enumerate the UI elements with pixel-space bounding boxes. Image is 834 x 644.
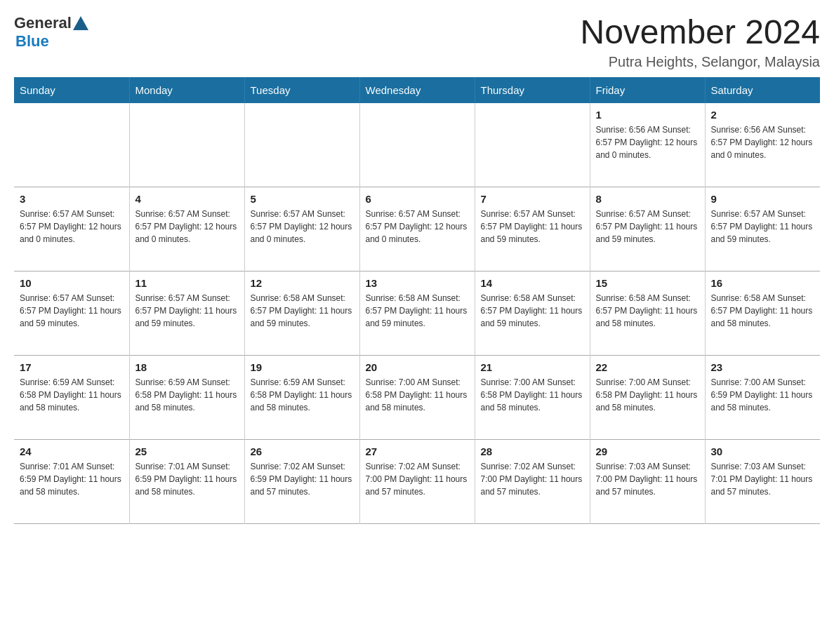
- calendar-cell: 15Sunrise: 6:58 AM Sunset: 6:57 PM Dayli…: [590, 271, 705, 356]
- day-info: Sunrise: 7:03 AM Sunset: 7:01 PM Dayligh…: [711, 460, 815, 498]
- day-info: Sunrise: 6:58 AM Sunset: 6:57 PM Dayligh…: [481, 292, 584, 330]
- calendar-cell: 1Sunrise: 6:56 AM Sunset: 6:57 PM Daylig…: [590, 103, 705, 187]
- calendar-cell: 26Sunrise: 7:02 AM Sunset: 6:59 PM Dayli…: [244, 440, 359, 524]
- day-info: Sunrise: 6:57 AM Sunset: 6:57 PM Dayligh…: [135, 208, 239, 246]
- day-number: 29: [596, 445, 699, 457]
- calendar-cell: 3Sunrise: 6:57 AM Sunset: 6:57 PM Daylig…: [14, 187, 129, 271]
- calendar-cell: 22Sunrise: 7:00 AM Sunset: 6:58 PM Dayli…: [590, 356, 705, 440]
- day-info: Sunrise: 6:57 AM Sunset: 6:57 PM Dayligh…: [481, 208, 584, 246]
- calendar-cell: 18Sunrise: 6:59 AM Sunset: 6:58 PM Dayli…: [129, 356, 244, 440]
- calendar-table: SundayMondayTuesdayWednesdayThursdayFrid…: [14, 77, 820, 525]
- calendar-cell: 29Sunrise: 7:03 AM Sunset: 7:00 PM Dayli…: [590, 440, 705, 524]
- location-subtitle: Putra Heights, Selangor, Malaysia: [580, 54, 820, 70]
- day-info: Sunrise: 6:57 AM Sunset: 6:57 PM Dayligh…: [251, 208, 354, 246]
- calendar-cell: 21Sunrise: 7:00 AM Sunset: 6:58 PM Dayli…: [475, 356, 590, 440]
- day-number: 22: [596, 361, 699, 373]
- day-number: 24: [20, 445, 124, 457]
- calendar-cell: [244, 103, 359, 187]
- day-number: 9: [711, 193, 815, 205]
- day-info: Sunrise: 6:57 AM Sunset: 6:57 PM Dayligh…: [596, 208, 699, 246]
- day-info: Sunrise: 6:59 AM Sunset: 6:58 PM Dayligh…: [135, 376, 239, 414]
- day-number: 16: [711, 277, 815, 289]
- day-number: 6: [366, 193, 469, 205]
- day-number: 12: [251, 277, 354, 289]
- logo: General Blue: [14, 14, 88, 51]
- day-info: Sunrise: 6:56 AM Sunset: 6:57 PM Dayligh…: [596, 123, 699, 161]
- day-info: Sunrise: 6:57 AM Sunset: 6:57 PM Dayligh…: [20, 292, 124, 330]
- calendar-cell: 8Sunrise: 6:57 AM Sunset: 6:57 PM Daylig…: [590, 187, 705, 271]
- day-number: 17: [20, 361, 124, 373]
- column-header-monday: Monday: [129, 77, 244, 103]
- column-header-friday: Friday: [590, 77, 705, 103]
- page-header: General Blue November 2024 Putra Heights…: [14, 14, 820, 70]
- day-number: 25: [135, 445, 239, 457]
- calendar-cell: 5Sunrise: 6:57 AM Sunset: 6:57 PM Daylig…: [244, 187, 359, 271]
- calendar-cell: [359, 103, 475, 187]
- calendar-cell: 25Sunrise: 7:01 AM Sunset: 6:59 PM Dayli…: [129, 440, 244, 524]
- calendar-cell: 9Sunrise: 6:57 AM Sunset: 6:57 PM Daylig…: [705, 187, 820, 271]
- logo-general-text: General: [14, 14, 72, 32]
- day-number: 15: [596, 277, 699, 289]
- day-info: Sunrise: 7:01 AM Sunset: 6:59 PM Dayligh…: [20, 460, 124, 498]
- day-info: Sunrise: 6:58 AM Sunset: 6:57 PM Dayligh…: [711, 292, 815, 330]
- column-header-thursday: Thursday: [475, 77, 590, 103]
- calendar-header-row: SundayMondayTuesdayWednesdayThursdayFrid…: [14, 77, 820, 103]
- day-info: Sunrise: 7:01 AM Sunset: 6:59 PM Dayligh…: [135, 460, 239, 498]
- day-number: 26: [251, 445, 354, 457]
- day-number: 3: [20, 193, 124, 205]
- logo-icon: [73, 16, 88, 30]
- day-number: 13: [366, 277, 469, 289]
- day-number: 10: [20, 277, 124, 289]
- calendar-cell: 24Sunrise: 7:01 AM Sunset: 6:59 PM Dayli…: [14, 440, 129, 524]
- day-info: Sunrise: 7:00 AM Sunset: 6:58 PM Dayligh…: [481, 376, 584, 414]
- day-info: Sunrise: 6:58 AM Sunset: 6:57 PM Dayligh…: [596, 292, 699, 330]
- day-info: Sunrise: 6:57 AM Sunset: 6:57 PM Dayligh…: [20, 208, 124, 246]
- calendar-cell: 19Sunrise: 6:59 AM Sunset: 6:58 PM Dayli…: [244, 356, 359, 440]
- calendar-cell: 2Sunrise: 6:56 AM Sunset: 6:57 PM Daylig…: [705, 103, 820, 187]
- calendar-cell: 11Sunrise: 6:57 AM Sunset: 6:57 PM Dayli…: [129, 271, 244, 356]
- column-header-tuesday: Tuesday: [244, 77, 359, 103]
- day-info: Sunrise: 6:56 AM Sunset: 6:57 PM Dayligh…: [711, 123, 815, 161]
- calendar-week-row: 17Sunrise: 6:59 AM Sunset: 6:58 PM Dayli…: [14, 356, 820, 440]
- calendar-cell: 30Sunrise: 7:03 AM Sunset: 7:01 PM Dayli…: [705, 440, 820, 524]
- day-info: Sunrise: 6:59 AM Sunset: 6:58 PM Dayligh…: [251, 376, 354, 414]
- calendar-cell: [129, 103, 244, 187]
- day-info: Sunrise: 7:00 AM Sunset: 6:58 PM Dayligh…: [596, 376, 699, 414]
- calendar-cell: 20Sunrise: 7:00 AM Sunset: 6:58 PM Dayli…: [359, 356, 475, 440]
- day-number: 27: [366, 445, 469, 457]
- calendar-week-row: 24Sunrise: 7:01 AM Sunset: 6:59 PM Dayli…: [14, 440, 820, 524]
- day-info: Sunrise: 6:57 AM Sunset: 6:57 PM Dayligh…: [366, 208, 469, 246]
- calendar-cell: 27Sunrise: 7:02 AM Sunset: 7:00 PM Dayli…: [359, 440, 475, 524]
- calendar-cell: [14, 103, 129, 187]
- calendar-cell: 14Sunrise: 6:58 AM Sunset: 6:57 PM Dayli…: [475, 271, 590, 356]
- day-info: Sunrise: 6:58 AM Sunset: 6:57 PM Dayligh…: [366, 292, 469, 330]
- calendar-cell: 7Sunrise: 6:57 AM Sunset: 6:57 PM Daylig…: [475, 187, 590, 271]
- day-number: 7: [481, 193, 584, 205]
- day-number: 1: [596, 109, 699, 121]
- day-number: 18: [135, 361, 239, 373]
- day-info: Sunrise: 6:57 AM Sunset: 6:57 PM Dayligh…: [135, 292, 239, 330]
- day-number: 28: [481, 445, 584, 457]
- logo-blue-text: Blue: [15, 32, 49, 51]
- calendar-week-row: 10Sunrise: 6:57 AM Sunset: 6:57 PM Dayli…: [14, 271, 820, 356]
- calendar-cell: 4Sunrise: 6:57 AM Sunset: 6:57 PM Daylig…: [129, 187, 244, 271]
- day-info: Sunrise: 7:00 AM Sunset: 6:58 PM Dayligh…: [366, 376, 469, 414]
- day-info: Sunrise: 6:58 AM Sunset: 6:57 PM Dayligh…: [251, 292, 354, 330]
- calendar-cell: 28Sunrise: 7:02 AM Sunset: 7:00 PM Dayli…: [475, 440, 590, 524]
- calendar-week-row: 1Sunrise: 6:56 AM Sunset: 6:57 PM Daylig…: [14, 103, 820, 187]
- day-number: 8: [596, 193, 699, 205]
- day-info: Sunrise: 7:02 AM Sunset: 7:00 PM Dayligh…: [366, 460, 469, 498]
- column-header-wednesday: Wednesday: [359, 77, 475, 103]
- day-number: 4: [135, 193, 239, 205]
- calendar-week-row: 3Sunrise: 6:57 AM Sunset: 6:57 PM Daylig…: [14, 187, 820, 271]
- calendar-cell: 16Sunrise: 6:58 AM Sunset: 6:57 PM Dayli…: [705, 271, 820, 356]
- calendar-cell: [475, 103, 590, 187]
- calendar-cell: 10Sunrise: 6:57 AM Sunset: 6:57 PM Dayli…: [14, 271, 129, 356]
- column-header-sunday: Sunday: [14, 77, 129, 103]
- calendar-cell: 23Sunrise: 7:00 AM Sunset: 6:59 PM Dayli…: [705, 356, 820, 440]
- title-block: November 2024 Putra Heights, Selangor, M…: [580, 14, 820, 70]
- day-number: 20: [366, 361, 469, 373]
- day-number: 30: [711, 445, 815, 457]
- calendar-cell: 13Sunrise: 6:58 AM Sunset: 6:57 PM Dayli…: [359, 271, 475, 356]
- day-info: Sunrise: 7:03 AM Sunset: 7:00 PM Dayligh…: [596, 460, 699, 498]
